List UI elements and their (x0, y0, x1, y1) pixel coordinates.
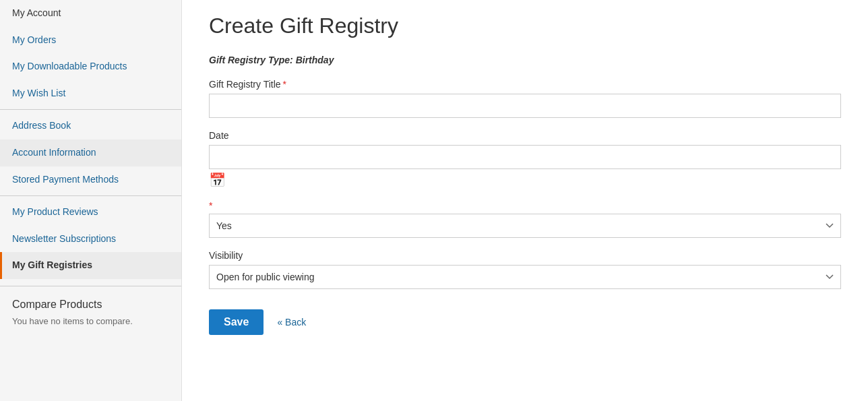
form-actions: Save « Back (209, 309, 841, 335)
page-title: Create Gift Registry (209, 13, 841, 38)
visibility-select[interactable]: Open for public viewing (209, 265, 841, 289)
save-button[interactable]: Save (209, 309, 264, 335)
compare-products-text: You have no items to compare. (12, 316, 169, 326)
public-required-label: * (209, 200, 841, 211)
visibility-field-label: Visibility (209, 250, 841, 261)
registry-type-label: Gift Registry Type: (209, 55, 293, 65)
sidebar-item-my-wish-list[interactable]: My Wish List (0, 80, 181, 107)
date-input[interactable] (209, 145, 841, 169)
sidebar-item-account-information[interactable]: Account Information (0, 140, 181, 166)
sidebar-item-address-book[interactable]: Address Book (0, 113, 181, 140)
title-required-star: * (283, 79, 286, 90)
back-link[interactable]: « Back (277, 317, 306, 328)
public-field-group: * Yes (209, 200, 841, 238)
registry-type-value: Birthday (296, 55, 334, 65)
sidebar-item-newsletter-subscriptions[interactable]: Newsletter Subscriptions (0, 226, 181, 253)
sidebar-item-my-gift-registries[interactable]: My Gift Registries (0, 252, 181, 279)
sidebar-item-stored-payment-methods[interactable]: Stored Payment Methods (0, 166, 181, 193)
sidebar-item-my-account[interactable]: My Account (0, 0, 181, 27)
create-gift-registry-form: Gift Registry Type: Birthday Gift Regist… (209, 55, 841, 335)
sidebar-item-my-downloadable-products[interactable]: My Downloadable Products (0, 53, 181, 80)
title-field-label: Gift Registry Title* (209, 79, 841, 90)
date-field-group: Date 📅 (209, 130, 841, 188)
compare-products-section: Compare Products You have no items to co… (0, 286, 181, 338)
main-content: Create Gift Registry Gift Registry Type:… (182, 0, 868, 401)
public-select[interactable]: Yes (209, 214, 841, 238)
sidebar-item-my-product-reviews[interactable]: My Product Reviews (0, 199, 181, 226)
sidebar: My Account My Orders My Downloadable Pro… (0, 0, 182, 401)
title-field-group: Gift Registry Title* (209, 79, 841, 118)
visibility-field-group: Visibility Open for public viewing (209, 250, 841, 289)
registry-type-info: Gift Registry Type: Birthday (209, 55, 841, 65)
calendar-icon: 📅 (209, 173, 226, 187)
title-input[interactable] (209, 94, 841, 118)
divider-1 (0, 109, 181, 110)
sidebar-item-my-orders[interactable]: My Orders (0, 27, 181, 54)
date-field-label: Date (209, 130, 841, 141)
calendar-icon-wrapper[interactable]: 📅 (209, 172, 841, 188)
divider-2 (0, 195, 181, 196)
compare-products-title: Compare Products (12, 299, 169, 311)
